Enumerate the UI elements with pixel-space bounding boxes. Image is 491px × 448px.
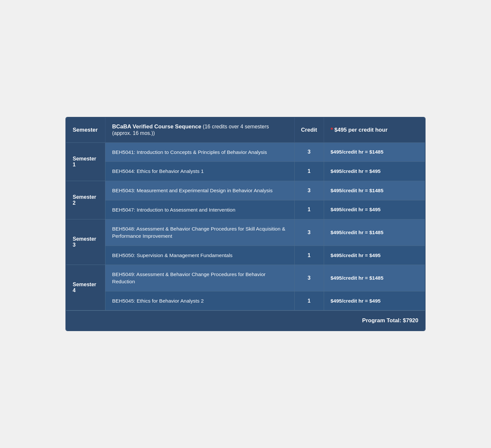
header-price-asterisk: *: [331, 126, 333, 134]
header-course-title: BCaBA Verified Course Sequence: [112, 123, 201, 130]
course-credit: 1: [294, 162, 324, 181]
course-name: BEH5050: Supervision & Management Fundam…: [105, 246, 294, 265]
course-name: BEH5043: Measurement and Experimental De…: [105, 181, 294, 200]
course-price: $495/credit hr = $1485: [324, 265, 425, 291]
course-credit: 1: [294, 200, 324, 219]
table-header-row: Semester BCaBA Verified Course Sequence …: [66, 118, 425, 143]
course-price: $495/credit hr = $495: [324, 200, 425, 219]
table-row: BEH5045: Ethics for Behavior Analysts 21…: [66, 291, 425, 310]
total-empty-3: [294, 310, 324, 330]
semester-3-label: Semester 3: [66, 219, 105, 265]
total-empty-1: [66, 310, 105, 330]
header-credit-label: Credit: [301, 127, 317, 133]
course-price: $495/credit hr = $1485: [324, 219, 425, 246]
table-row: Semester 2BEH5043: Measurement and Exper…: [66, 181, 425, 200]
course-name: BEH5044: Ethics for Behavior Analysts 1: [105, 162, 294, 181]
semester-1-label: Semester 1: [66, 142, 105, 181]
course-price: $495/credit hr = $1485: [324, 181, 425, 200]
course-name: BEH5047: Introduction to Assessment and …: [105, 200, 294, 219]
semester-4-label: Semester 4: [66, 265, 105, 311]
header-credit: Credit: [294, 118, 324, 143]
total-empty-2: [105, 310, 294, 330]
course-credit: 1: [294, 246, 324, 265]
course-name: BEH5041: Introduction to Concepts & Prin…: [105, 142, 294, 162]
course-name: BEH5049: Assessment & Behavior Change Pr…: [105, 265, 294, 291]
semester-2-label: Semester 2: [66, 181, 105, 219]
table-row: Semester 4BEH5049: Assessment & Behavior…: [66, 265, 425, 291]
course-price: $495/credit hr = $1485: [324, 142, 425, 162]
course-name: BEH5048: Assessment & Behavior Change Pr…: [105, 219, 294, 246]
table-row: BEH5050: Supervision & Management Fundam…: [66, 246, 425, 265]
table-row: Semester 1BEH5041: Introduction to Conce…: [66, 142, 425, 162]
course-name: BEH5045: Ethics for Behavior Analysts 2: [105, 291, 294, 310]
course-price: $495/credit hr = $495: [324, 291, 425, 310]
header-price: * $495 per credit hour: [324, 118, 425, 143]
table-row: BEH5044: Ethics for Behavior Analysts 11…: [66, 162, 425, 181]
program-total: Program Total: $7920: [324, 310, 425, 330]
total-row: Program Total: $7920: [66, 310, 425, 330]
course-table-wrapper: Semester BCaBA Verified Course Sequence …: [65, 117, 426, 331]
header-semester: Semester: [66, 118, 105, 143]
header-course: BCaBA Verified Course Sequence (16 credi…: [105, 118, 294, 143]
course-credit: 3: [294, 265, 324, 291]
header-price-rate: $495 per credit hour: [335, 127, 388, 133]
course-price: $495/credit hr = $495: [324, 246, 425, 265]
course-credit: 3: [294, 181, 324, 200]
course-credit: 1: [294, 291, 324, 310]
table-row: BEH5047: Introduction to Assessment and …: [66, 200, 425, 219]
course-credit: 3: [294, 219, 324, 246]
course-credit: 3: [294, 142, 324, 162]
table-row: Semester 3BEH5048: Assessment & Behavior…: [66, 219, 425, 246]
header-semester-label: Semester: [73, 127, 98, 133]
course-price: $495/credit hr = $495: [324, 162, 425, 181]
